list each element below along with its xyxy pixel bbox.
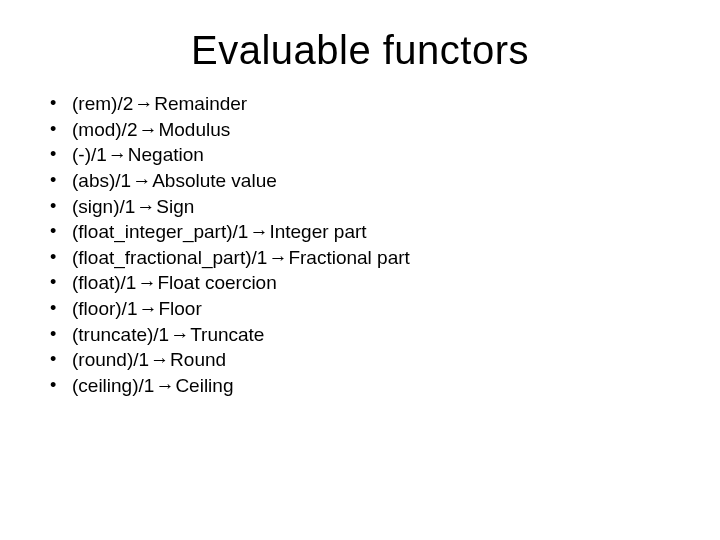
- description-text: Float coercion: [157, 272, 276, 293]
- list-item: (rem)/2→Remainder: [44, 91, 680, 117]
- functor-text: (float_fractional_part)/1: [72, 247, 267, 268]
- list-item: (sign)/1→Sign: [44, 194, 680, 220]
- list-item: (float_integer_part)/1→Integer part: [44, 219, 680, 245]
- functor-text: (sign)/1: [72, 196, 135, 217]
- functor-text: (mod)/2: [72, 119, 137, 140]
- functor-text: (floor)/1: [72, 298, 137, 319]
- arrow-icon: →: [154, 373, 175, 399]
- arrow-icon: →: [169, 322, 190, 348]
- functor-text: (truncate)/1: [72, 324, 169, 345]
- list-item: (abs)/1→Absolute value: [44, 168, 680, 194]
- functor-text: (abs)/1: [72, 170, 131, 191]
- functor-text: (rem)/2: [72, 93, 133, 114]
- arrow-icon: →: [136, 270, 157, 296]
- list-item: (truncate)/1→Truncate: [44, 322, 680, 348]
- arrow-icon: →: [135, 194, 156, 220]
- description-text: Round: [170, 349, 226, 370]
- description-text: Fractional part: [288, 247, 409, 268]
- list-item: (float)/1→Float coercion: [44, 270, 680, 296]
- functor-text: (float)/1: [72, 272, 136, 293]
- arrow-icon: →: [267, 245, 288, 271]
- functor-text: (round)/1: [72, 349, 149, 370]
- slide-body: (rem)/2→Remainder(mod)/2→Modulus(-)/1→Ne…: [0, 91, 720, 399]
- description-text: Floor: [158, 298, 201, 319]
- description-text: Negation: [128, 144, 204, 165]
- description-text: Modulus: [158, 119, 230, 140]
- functor-text: (-)/1: [72, 144, 107, 165]
- list-item: (-)/1→Negation: [44, 142, 680, 168]
- list-item: (floor)/1→Floor: [44, 296, 680, 322]
- bullet-list: (rem)/2→Remainder(mod)/2→Modulus(-)/1→Ne…: [44, 91, 680, 399]
- description-text: Ceiling: [175, 375, 233, 396]
- slide: Evaluable functors (rem)/2→Remainder(mod…: [0, 0, 720, 540]
- description-text: Truncate: [190, 324, 264, 345]
- arrow-icon: →: [248, 219, 269, 245]
- list-item: (round)/1→Round: [44, 347, 680, 373]
- arrow-icon: →: [133, 91, 154, 117]
- list-item: (mod)/2→Modulus: [44, 117, 680, 143]
- arrow-icon: →: [149, 347, 170, 373]
- description-text: Remainder: [154, 93, 247, 114]
- description-text: Sign: [156, 196, 194, 217]
- arrow-icon: →: [131, 168, 152, 194]
- description-text: Absolute value: [152, 170, 277, 191]
- arrow-icon: →: [137, 117, 158, 143]
- page-title: Evaluable functors: [0, 0, 720, 91]
- list-item: (ceiling)/1→Ceiling: [44, 373, 680, 399]
- list-item: (float_fractional_part)/1→Fractional par…: [44, 245, 680, 271]
- arrow-icon: →: [137, 296, 158, 322]
- functor-text: (float_integer_part)/1: [72, 221, 248, 242]
- arrow-icon: →: [107, 142, 128, 168]
- functor-text: (ceiling)/1: [72, 375, 154, 396]
- description-text: Integer part: [269, 221, 366, 242]
